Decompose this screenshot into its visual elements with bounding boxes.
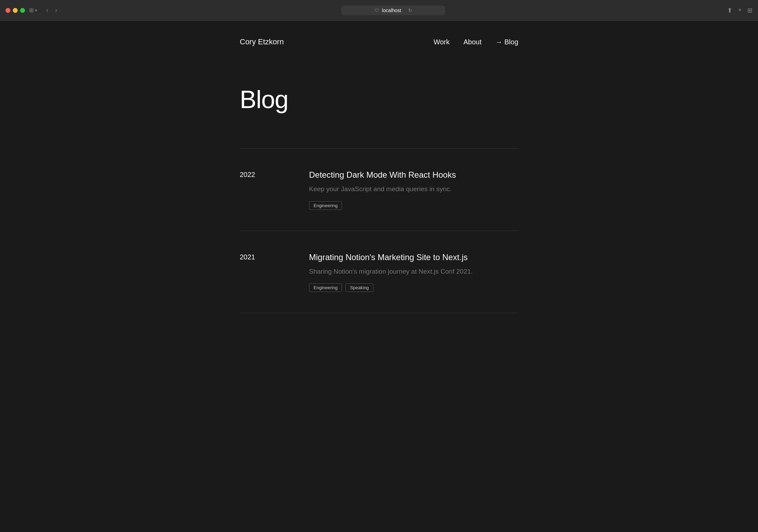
new-tab-button[interactable]: + [738, 7, 742, 14]
post-year-2: 2021 [240, 252, 309, 292]
browser-chrome: ⊞ ▾ ‹ › 🛡 localhost ↻ ⬆ + ⊞ [0, 0, 758, 21]
sidebar-icon: ⊞ [29, 7, 34, 14]
nav-about[interactable]: About [464, 38, 482, 46]
chevron-down-icon: ▾ [35, 8, 37, 13]
post-title-1[interactable]: Detecting Dark Mode With React Hooks [309, 169, 518, 180]
post-title-2[interactable]: Migrating Notion's Marketing Site to Nex… [309, 252, 518, 263]
blog-list: 2022 Detecting Dark Mode With React Hook… [240, 134, 518, 313]
browser-actions: ⬆ + ⊞ [727, 7, 752, 14]
arrow-icon: → [495, 38, 502, 46]
nav-links: Work About → Blog [433, 38, 518, 46]
back-button[interactable]: ‹ [44, 5, 50, 15]
forward-button[interactable]: › [53, 5, 59, 15]
site-logo[interactable]: Cory Etzkorn [240, 37, 284, 46]
nav-blog-label: Blog [504, 38, 518, 46]
main-nav: Cory Etzkorn Work About → Blog [240, 21, 518, 57]
shield-icon: 🛡 [374, 8, 379, 13]
reload-icon[interactable]: ↻ [408, 8, 412, 13]
nav-blog[interactable]: → Blog [495, 38, 518, 46]
page-title: Blog [240, 85, 518, 114]
post-description-1: Keep your JavaScript and media queries i… [309, 184, 518, 194]
post-content-1: Detecting Dark Mode With React Hooks Kee… [309, 169, 518, 210]
post-tags-1: Engineering [309, 201, 518, 210]
close-button[interactable] [6, 8, 10, 13]
share-button[interactable]: ⬆ [727, 7, 732, 14]
minimize-button[interactable] [13, 8, 18, 13]
hero-section: Blog [240, 57, 518, 134]
post-tag-speaking-2[interactable]: Speaking [345, 283, 373, 292]
url-display: localhost [382, 8, 401, 13]
sidebar-toggle[interactable]: ⊞ ▾ [29, 7, 37, 14]
post-content-2: Migrating Notion's Marketing Site to Nex… [309, 252, 518, 292]
post-tag-engineering-2[interactable]: Engineering [309, 283, 342, 292]
tab-overview-button[interactable]: ⊞ [747, 7, 752, 14]
blog-post-1: 2022 Detecting Dark Mode With React Hook… [240, 148, 518, 231]
post-description-2: Sharing Notion's migration journey at Ne… [309, 267, 518, 277]
post-tag-engineering-1[interactable]: Engineering [309, 201, 342, 210]
traffic-lights [6, 8, 25, 13]
nav-work[interactable]: Work [433, 38, 449, 46]
maximize-button[interactable] [20, 8, 25, 13]
browser-controls: ‹ › [44, 5, 59, 15]
page-content: Cory Etzkorn Work About → Blog Blog 2022 [223, 21, 535, 313]
post-year-1: 2022 [240, 169, 309, 210]
address-bar-container: 🛡 localhost ↻ [63, 6, 723, 15]
post-tags-2: Engineering Speaking [309, 283, 518, 292]
blog-post-2: 2021 Migrating Notion's Marketing Site t… [240, 231, 518, 313]
address-bar[interactable]: 🛡 localhost ↻ [341, 6, 445, 15]
